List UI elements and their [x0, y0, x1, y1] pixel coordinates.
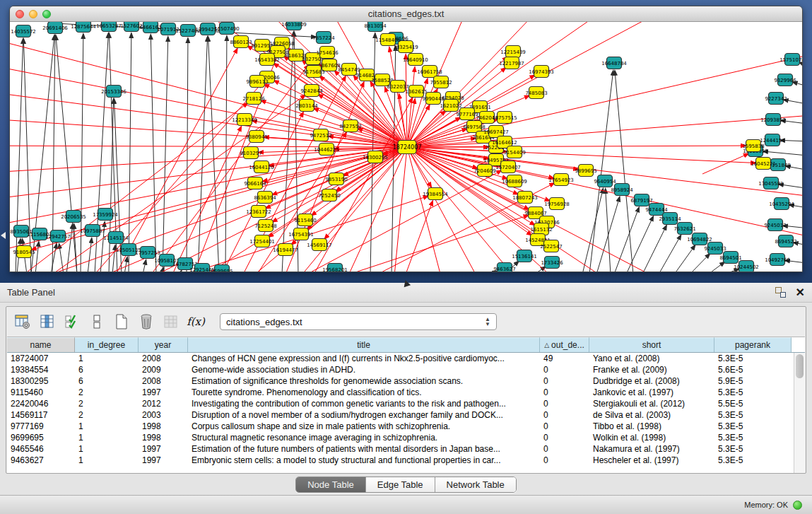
- graph-node[interactable]: 9066164: [244, 177, 266, 189]
- tab-edge-table[interactable]: Edge Table: [366, 477, 435, 492]
- graph-node[interactable]: 1733426: [541, 257, 563, 269]
- cell-year[interactable]: 1998: [139, 421, 188, 432]
- cell-title[interactable]: Estimation of the future numbers of pati…: [188, 443, 540, 455]
- graph-node[interactable]: 8694522: [775, 235, 796, 247]
- column-header-year[interactable]: year: [139, 337, 188, 352]
- graph-edge[interactable]: [406, 201, 433, 272]
- graph-node[interactable]: 7632621: [673, 223, 695, 235]
- cell-title[interactable]: Estimation of significance thresholds fo…: [188, 375, 540, 387]
- cell-name[interactable]: 19384554: [7, 364, 75, 375]
- cell-in-degree[interactable]: 1: [75, 432, 139, 443]
- graph-edge[interactable]: [659, 235, 681, 272]
- table-row[interactable]: 1872400712008Changes of HCN gene express…: [7, 353, 794, 364]
- cell-year[interactable]: 1997: [139, 455, 188, 466]
- cell-title[interactable]: Structural magnetic resonance image aver…: [188, 432, 540, 443]
- cell-pagerank[interactable]: 5.3E-5: [714, 409, 792, 421]
- graph-edge[interactable]: [708, 262, 724, 272]
- cell-name[interactable]: 18300295: [7, 375, 75, 387]
- graph-edge[interactable]: [392, 147, 407, 272]
- table-settings-icon[interactable]: [13, 313, 32, 331]
- graph-edge[interactable]: [318, 95, 407, 147]
- graph-edge[interactable]: [151, 65, 308, 272]
- cell-in-degree[interactable]: 1: [75, 455, 139, 466]
- cell-out-de-[interactable]: 0: [540, 421, 589, 432]
- graph-edge[interactable]: [615, 71, 633, 272]
- cell-year[interactable]: 2012: [139, 398, 188, 409]
- cell-short[interactable]: Stergiakouli et al. (2012): [589, 398, 714, 409]
- graph-edge[interactable]: [406, 54, 407, 147]
- graph-edge[interactable]: [109, 99, 114, 272]
- cell-pagerank[interactable]: 5.3E-5: [714, 353, 792, 364]
- graph-edge[interactable]: [10, 147, 407, 272]
- graph-edge[interactable]: [407, 147, 755, 163]
- cell-title[interactable]: Changes of HCN gene expression and I(f) …: [188, 353, 540, 364]
- tab-node-table[interactable]: Node Table: [296, 477, 366, 492]
- create-column-icon[interactable]: [112, 313, 131, 331]
- cell-name[interactable]: 9465546: [7, 443, 75, 455]
- graph-node[interactable]: 13045581: [758, 177, 784, 189]
- graph-node[interactable]: 14035572: [11, 25, 36, 37]
- cell-name[interactable]: 9777169: [7, 421, 75, 432]
- graph-node[interactable]: 9245033: [704, 243, 726, 255]
- graph-node[interactable]: 7485083: [525, 87, 547, 99]
- column-visibility-icon[interactable]: [38, 313, 57, 331]
- graph-node[interactable]: 8636394: [254, 192, 276, 204]
- graph-edge[interactable]: [180, 271, 182, 272]
- graph-edge[interactable]: [112, 245, 115, 272]
- graph-edge[interactable]: [307, 170, 501, 272]
- cell-out-de-[interactable]: 0: [540, 364, 589, 375]
- cell-title[interactable]: Investigating the contribution of common…: [188, 398, 540, 409]
- cell-pagerank[interactable]: 5.3E-5: [714, 421, 792, 432]
- graph-edge[interactable]: [151, 35, 156, 272]
- cell-out-de-[interactable]: 0: [540, 443, 589, 455]
- cell-short[interactable]: Jankovic et al. (1997): [589, 387, 714, 398]
- cell-out-de-[interactable]: 0: [540, 375, 589, 387]
- cell-name[interactable]: 14569117: [7, 409, 75, 421]
- cell-in-degree[interactable]: 2: [75, 387, 139, 398]
- graph-node[interactable]: 10492766: [765, 254, 790, 266]
- graph-node[interactable]: 12093852: [760, 114, 786, 126]
- graph-node[interactable]: 16648784: [601, 57, 627, 69]
- graph-edge[interactable]: [799, 62, 803, 75]
- cell-pagerank[interactable]: 5.3E-5: [714, 387, 792, 398]
- column-header-name[interactable]: name: [7, 337, 75, 352]
- cell-year[interactable]: 2003: [139, 409, 188, 421]
- graph-node[interactable]: 16754391: [288, 228, 314, 240]
- graph-node[interactable]: 12875644: [71, 22, 96, 33]
- tab-network-table[interactable]: Network Table: [435, 477, 516, 492]
- table-row[interactable]: 2242004622012Investigating the contribut…: [7, 398, 794, 409]
- close-panel-icon[interactable]: ✕: [796, 288, 805, 298]
- graph-edge[interactable]: [124, 257, 127, 272]
- delete-column-icon[interactable]: [137, 313, 155, 331]
- graph-node[interactable]: 16974393: [529, 66, 554, 78]
- table-row[interactable]: 969969511998Structural magnetic resonanc…: [7, 432, 794, 443]
- graph-node[interactable]: 2718126: [242, 93, 265, 105]
- graph-edge[interactable]: [793, 82, 803, 93]
- cell-year[interactable]: 2008: [139, 353, 188, 364]
- graph-edge[interactable]: [10, 147, 407, 174]
- graph-node[interactable]: 18640910: [403, 54, 428, 66]
- function-builder-icon[interactable]: f(x): [187, 313, 205, 331]
- cell-pagerank[interactable]: 5.9E-5: [714, 375, 792, 387]
- cell-in-degree[interactable]: 1: [75, 421, 139, 432]
- graph-edge[interactable]: [407, 146, 746, 147]
- cell-out-de-[interactable]: 0: [540, 387, 589, 398]
- cell-short[interactable]: Dudbridge et al. (2008): [589, 375, 714, 387]
- graph-edge[interactable]: [674, 245, 695, 272]
- table-row[interactable]: 1456911722003Disruption of a novel membe…: [7, 409, 794, 421]
- cell-short[interactable]: Nakamura et al. (1997): [589, 443, 714, 455]
- table-row[interactable]: 1830029562008Estimation of significance …: [7, 375, 794, 387]
- column-header-out-de-[interactable]: △out_de...: [540, 337, 589, 352]
- graph-node[interactable]: 12217987: [499, 57, 524, 69]
- graph-edge[interactable]: [66, 224, 73, 272]
- graph-edge[interactable]: [407, 147, 803, 241]
- graph-edge[interactable]: [187, 38, 188, 272]
- cell-year[interactable]: 1997: [139, 387, 188, 398]
- graph-edge[interactable]: [208, 37, 219, 272]
- graph-edge[interactable]: [35, 242, 39, 272]
- graph-node[interactable]: 9242844: [300, 85, 323, 97]
- graph-node[interactable]: 16033809: [281, 22, 307, 30]
- graph-edge[interactable]: [690, 254, 710, 272]
- graph-node[interactable]: 1754616: [316, 47, 339, 59]
- column-header-title[interactable]: title: [188, 337, 540, 352]
